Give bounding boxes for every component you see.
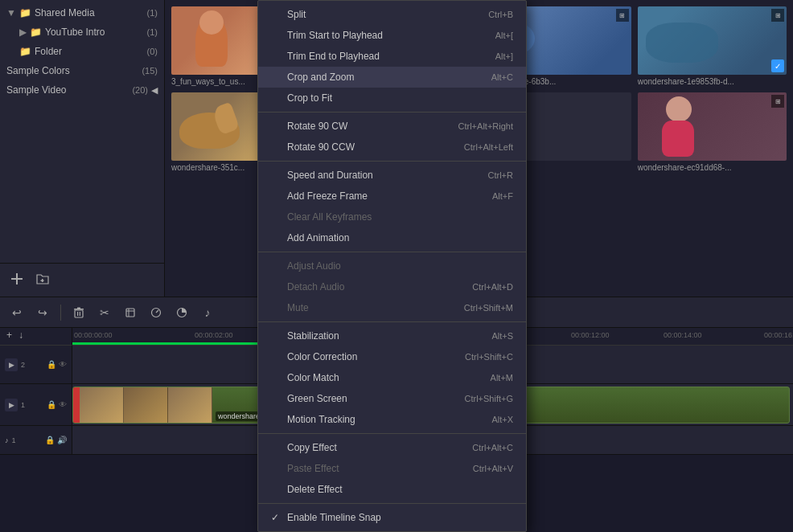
check-mt: [271, 414, 281, 425]
shortcut-crop-zoom: Alt+C: [491, 72, 513, 82]
menu-label-detach-audio: Detach Audio: [287, 281, 344, 293]
check-cc: [271, 351, 281, 362]
menu-item-trim-start[interactable]: Trim Start to Playhead Alt+[: [258, 25, 526, 46]
shortcut-detach-audio: Ctrl+Alt+D: [472, 282, 513, 292]
menu-label-speed: Speed and Duration: [287, 170, 373, 181]
menu-item-freeze[interactable]: Add Freeze Frame Alt+F: [258, 186, 526, 207]
check-snap: ✓: [271, 512, 281, 523]
menu-item-color-correction[interactable]: Color Correction Ctrl+Shift+C: [258, 346, 526, 367]
menu-label-clear-kf: Clear All Keyframes: [287, 211, 372, 223]
menu-label-color-match: Color Match: [287, 372, 339, 383]
menu-label-rotate-ccw: Rotate 90 CCW: [287, 141, 355, 153]
shortcut-trim-start: Alt+[: [495, 31, 513, 40]
menu-label-motion-tracking: Motion Tracking: [287, 414, 355, 425]
menu-item-color-match[interactable]: Color Match Alt+M: [258, 367, 526, 388]
check-delete-fx: [271, 484, 281, 495]
menu-label-mute: Mute: [287, 302, 309, 313]
menu-item-speed[interactable]: Speed and Duration Ctrl+R: [258, 165, 526, 186]
check-crop-zoom: [271, 72, 281, 83]
check-detach-audio: [271, 281, 281, 293]
shortcut-freeze: Alt+F: [492, 191, 513, 201]
menu-item-mute: Mute Ctrl+Shift+M: [258, 297, 526, 318]
menu-label-copy-effect: Copy Effect: [287, 442, 337, 453]
check-clear-kf: [271, 211, 281, 223]
check-mute: [271, 302, 281, 313]
menu-divider-4: [258, 321, 526, 322]
shortcut-rotate-cw: Ctrl+Alt+Right: [458, 121, 513, 131]
check-copy-fx: [271, 442, 281, 453]
menu-label-freeze: Add Freeze Frame: [287, 190, 368, 202]
menu-item-motion-tracking[interactable]: Motion Tracking Alt+X: [258, 409, 526, 430]
check-crop-fit: [271, 92, 281, 104]
menu-item-stabilization[interactable]: Stabilization Alt+S: [258, 325, 526, 346]
menu-label-rotate-cw: Rotate 90 CW: [287, 121, 347, 132]
menu-divider-6: [258, 503, 526, 504]
menu-item-split[interactable]: Split Ctrl+B: [258, 4, 526, 25]
menu-item-crop-fit[interactable]: Crop to Fit: [258, 88, 526, 108]
menu-item-paste-effect: Paste Effect Ctrl+Alt+V: [258, 458, 526, 479]
check-add-anim: [271, 232, 281, 243]
menu-item-green-screen[interactable]: Green Screen Ctrl+Shift+G: [258, 388, 526, 409]
check-trim-start: [271, 30, 281, 41]
menu-item-adjust-audio: Adjust Audio: [258, 256, 526, 276]
check-adjust-audio: [271, 260, 281, 272]
menu-label-trim-end: Trim End to Playhead: [287, 51, 380, 62]
check-split: [271, 9, 281, 20]
context-menu-overlay: Split Ctrl+B Trim Start to Playhead Alt+…: [0, 0, 793, 532]
check-rotate-cw: [271, 121, 281, 132]
menu-label-adjust-audio: Adjust Audio: [287, 260, 341, 272]
menu-item-delete-effect[interactable]: Delete Effect: [258, 479, 526, 500]
shortcut-split: Ctrl+B: [488, 10, 513, 19]
menu-item-add-animation[interactable]: Add Animation: [258, 227, 526, 248]
menu-label-add-animation: Add Animation: [287, 232, 349, 243]
menu-label-timeline-snap: Enable Timeline Snap: [287, 512, 381, 523]
shortcut-mute: Ctrl+Shift+M: [464, 303, 513, 313]
menu-label-stabilization: Stabilization: [287, 330, 339, 342]
check-freeze: [271, 190, 281, 202]
menu-label-paste-effect: Paste Effect: [287, 463, 339, 474]
shortcut-paste-fx: Ctrl+Alt+V: [473, 464, 513, 473]
menu-label-split: Split: [287, 9, 306, 20]
menu-label-delete-effect: Delete Effect: [287, 484, 342, 495]
menu-item-copy-effect[interactable]: Copy Effect Ctrl+Alt+C: [258, 437, 526, 458]
menu-item-trim-end[interactable]: Trim End to Playhead Alt+]: [258, 46, 526, 67]
menu-item-detach-audio: Detach Audio Ctrl+Alt+D: [258, 276, 526, 297]
menu-label-green-screen: Green Screen: [287, 393, 347, 404]
check-rotate-ccw: [271, 141, 281, 153]
menu-divider-1: [258, 112, 526, 113]
menu-item-rotate-ccw[interactable]: Rotate 90 CCW Ctrl+Alt+Left: [258, 137, 526, 158]
shortcut-mt: Alt+X: [491, 415, 513, 424]
menu-item-timeline-snap[interactable]: ✓ Enable Timeline Snap: [258, 507, 526, 528]
menu-item-crop-zoom[interactable]: Crop and Zoom Alt+C: [258, 67, 526, 88]
menu-item-rotate-cw[interactable]: Rotate 90 CW Ctrl+Alt+Right: [258, 116, 526, 137]
check-gs: [271, 393, 281, 404]
menu-label-crop-fit: Crop to Fit: [287, 92, 332, 104]
context-menu: Split Ctrl+B Trim Start to Playhead Alt+…: [257, 0, 527, 532]
shortcut-gs: Ctrl+Shift+G: [464, 394, 513, 403]
shortcut-cc: Ctrl+Shift+C: [465, 352, 513, 362]
check-cm: [271, 372, 281, 383]
menu-divider-3: [258, 252, 526, 252]
shortcut-trim-end: Alt+]: [495, 51, 513, 61]
menu-divider-2: [258, 161, 526, 162]
shortcut-stab: Alt+S: [491, 331, 513, 341]
check-stab: [271, 330, 281, 342]
menu-label-trim-start: Trim Start to Playhead: [287, 30, 383, 41]
shortcut-speed: Ctrl+R: [488, 170, 513, 180]
menu-label-color-correction: Color Correction: [287, 351, 357, 362]
check-speed: [271, 170, 281, 181]
menu-divider-5: [258, 433, 526, 434]
shortcut-cm: Alt+M: [491, 373, 513, 383]
check-trim-end: [271, 51, 281, 62]
shortcut-rotate-ccw: Ctrl+Alt+Left: [464, 142, 513, 152]
shortcut-copy-fx: Ctrl+Alt+C: [472, 443, 513, 452]
check-paste-fx: [271, 463, 281, 474]
menu-label-crop-zoom: Crop and Zoom: [287, 72, 354, 83]
menu-item-clear-keyframes: Clear All Keyframes: [258, 207, 526, 227]
